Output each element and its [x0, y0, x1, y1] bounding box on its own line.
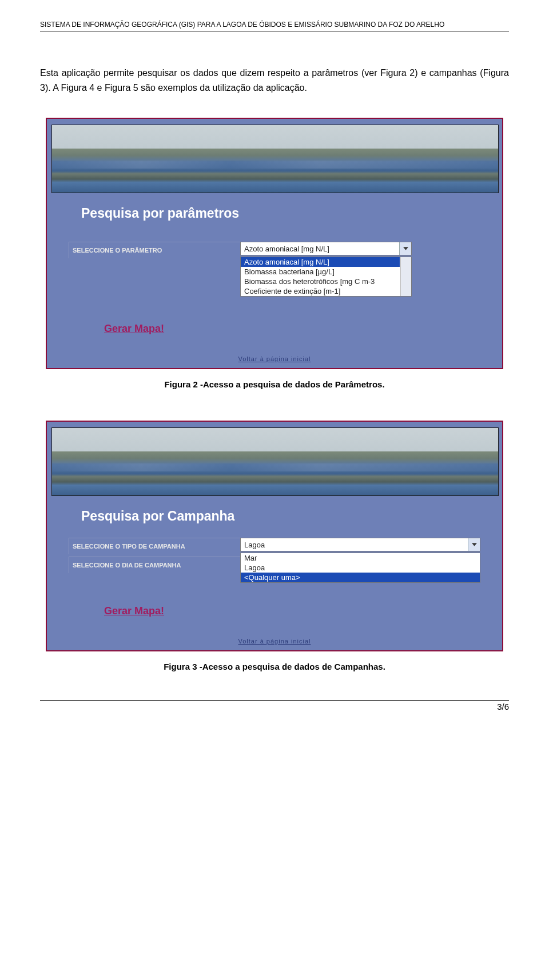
section-title-campanha: Pesquisa por Campanha	[47, 496, 502, 534]
intro-paragraph: Esta aplicação permite pesquisar os dado…	[40, 66, 509, 95]
banner-image	[51, 427, 499, 496]
section-title-parametros: Pesquisa por parâmetros	[47, 193, 502, 231]
figure-campanha: Pesquisa por Campanha SELECCIONE O TIPO …	[46, 421, 503, 651]
label-seleccione-parametro: SELECCIONE O PARÂMETRO	[69, 242, 240, 258]
voltar-inicio-link[interactable]: Voltar à página inicial	[47, 634, 502, 650]
scroll-down-icon[interactable]	[402, 288, 410, 295]
banner-image	[51, 125, 499, 193]
option-campanha[interactable]: Lagoa	[241, 563, 480, 573]
select-parametro-value: Azoto amoniacal [mg N/L]	[244, 245, 329, 253]
select-tipo-campanha[interactable]: Lagoa	[240, 538, 480, 551]
figure-2-caption: Figura 2 -Acesso a pesquisa de dados de …	[40, 379, 509, 389]
scroll-up-icon[interactable]	[402, 258, 410, 265]
label-dia-campanha: SELECCIONE O DIA DE CAMPANHA	[69, 557, 240, 573]
label-tipo-campanha: SELECCIONE O TIPO DE CAMPANHA	[69, 538, 240, 554]
listbox-parametro[interactable]: Azoto amoniacal [mg N/L] Biomassa bacter…	[240, 257, 412, 297]
page-header: SISTEMA DE INFORMAÇÃO GEOGRÁFICA (GIS) P…	[40, 21, 509, 31]
chevron-down-icon[interactable]	[399, 242, 411, 255]
figure-3-caption: Figura 3 -Acesso a pesquisa de dados de …	[40, 662, 509, 671]
option-parametro[interactable]: Biomassa bacteriana [µg/L]	[241, 267, 400, 277]
option-campanha[interactable]: <Qualquer uma>	[241, 573, 480, 582]
option-parametro[interactable]: Coeficiente de extinção [m-1]	[241, 286, 400, 296]
figure-parametros: Pesquisa por parâmetros SELECCIONE O PAR…	[46, 118, 503, 369]
voltar-inicio-link[interactable]: Voltar à página inicial	[47, 352, 502, 368]
chevron-down-icon[interactable]	[468, 538, 480, 551]
option-campanha[interactable]: Mar	[241, 553, 480, 563]
option-parametro[interactable]: Biomassa dos heterotróficos [mg C m-3	[241, 277, 400, 286]
gerar-mapa-link[interactable]: Gerar Mapa!	[47, 300, 502, 352]
listbox-tipo-campanha[interactable]: Mar Lagoa <Qualquer uma>	[240, 553, 480, 583]
gerar-mapa-link[interactable]: Gerar Mapa!	[47, 582, 502, 634]
option-parametro[interactable]: Azoto amoniacal [mg N/L]	[241, 257, 400, 267]
page-number: 3/6	[40, 700, 509, 711]
select-parametro[interactable]: Azoto amoniacal [mg N/L]	[240, 242, 412, 255]
select-tipo-campanha-value: Lagoa	[244, 541, 265, 549]
